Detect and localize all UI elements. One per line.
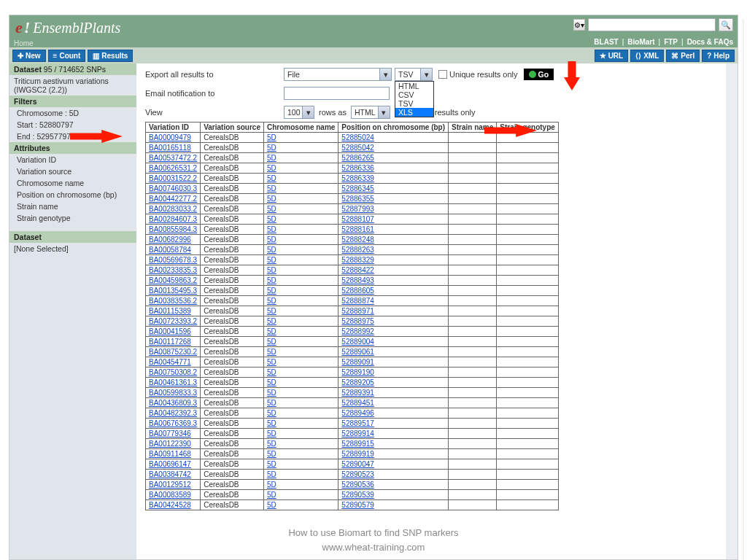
chr-link[interactable]: 5D (267, 215, 276, 223)
btn-perl[interactable]: ⌘Perl (666, 50, 700, 62)
sidebar-filters-head[interactable]: Filters (9, 96, 136, 107)
page-fmt-select[interactable]: HTML▾ (351, 106, 390, 119)
pos-link[interactable]: 52886336 (341, 164, 374, 172)
variation-link[interactable]: BA00233835.3 (149, 266, 197, 274)
chr-link[interactable]: 5D (267, 419, 276, 427)
top-link-ftp[interactable]: FTP (664, 38, 678, 46)
variation-link[interactable]: BA00283033.2 (149, 205, 197, 213)
variation-link[interactable]: BA00779346 (149, 429, 191, 438)
chr-link[interactable]: 5D (267, 389, 276, 397)
sidebar-attr[interactable]: Strain genotype (9, 212, 136, 224)
go-button[interactable]: Go (524, 69, 554, 80)
chr-link[interactable]: 5D (267, 409, 276, 417)
chr-link[interactable]: 5D (267, 246, 276, 254)
chr-link[interactable]: 5D (267, 327, 276, 335)
pos-link[interactable]: 52888422 (341, 266, 374, 274)
variation-link[interactable]: BA00083589 (149, 491, 191, 499)
pos-link[interactable]: 52889061 (341, 348, 374, 356)
variation-link[interactable]: BA00482392.3 (149, 409, 197, 417)
pos-link[interactable]: 52888975 (341, 317, 374, 325)
variation-link[interactable]: BA00875230.2 (149, 348, 197, 356)
variation-link[interactable]: BA00454771 (149, 358, 191, 366)
pos-link[interactable]: 52888161 (341, 225, 374, 233)
pos-link[interactable]: 52890539 (341, 491, 374, 499)
variation-link[interactable]: BA00115389 (149, 307, 191, 315)
pos-link[interactable]: 52888992 (341, 327, 374, 335)
variation-link[interactable]: BA00676369.3 (149, 419, 197, 427)
variation-link[interactable]: BA00911468 (149, 450, 191, 458)
chr-link[interactable]: 5D (267, 164, 276, 172)
btn-new[interactable]: ✚New (12, 50, 46, 62)
file-select[interactable]: File▾ (284, 68, 392, 81)
chr-link[interactable]: 5D (267, 297, 276, 305)
pos-link[interactable]: 52885024 (341, 133, 374, 141)
btn-xml[interactable]: ⟨⟩XML (630, 50, 664, 62)
variation-link[interactable]: BA00383536.2 (149, 297, 197, 305)
chr-link[interactable]: 5D (267, 174, 276, 182)
variation-link[interactable]: BA00384742 (149, 470, 191, 478)
lang-select[interactable]: ⚙▾ (573, 19, 585, 31)
variation-link[interactable]: BA00599833.3 (149, 389, 197, 397)
pos-link[interactable]: 52885042 (341, 144, 374, 152)
pos-link[interactable]: 52888605 (341, 287, 374, 295)
chr-link[interactable]: 5D (267, 317, 276, 325)
unique-checkbox-1[interactable] (438, 70, 447, 79)
variation-link[interactable]: BA00626531.2 (149, 164, 197, 172)
chr-link[interactable]: 5D (267, 460, 276, 468)
pos-link[interactable]: 52889451 (341, 399, 374, 407)
chr-link[interactable]: 5D (267, 256, 276, 264)
sidebar-attr[interactable]: Chromosome name (9, 177, 136, 189)
fmt-option-csv[interactable]: CSV (395, 90, 433, 99)
chr-link[interactable]: 5D (267, 501, 276, 509)
pos-link[interactable]: 52886339 (341, 174, 374, 182)
chr-link[interactable]: 5D (267, 399, 276, 407)
chr-link[interactable]: 5D (267, 481, 276, 489)
sidebar-attr[interactable]: Variation source (9, 166, 136, 177)
chr-link[interactable]: 5D (267, 338, 276, 346)
variation-link[interactable]: BA00424528 (149, 501, 191, 509)
chr-link[interactable]: 5D (267, 429, 276, 438)
variation-link[interactable]: BA00058784 (149, 246, 191, 254)
top-link-blast[interactable]: BLAST (594, 38, 618, 46)
pos-link[interactable]: 52890047 (341, 460, 374, 468)
chr-link[interactable]: 5D (267, 144, 276, 152)
pos-link[interactable]: 52889004 (341, 338, 374, 346)
btn-help[interactable]: ?Help (702, 50, 735, 62)
chr-link[interactable]: 5D (267, 195, 276, 203)
variation-link[interactable]: BA00442277.2 (149, 195, 197, 203)
variation-link[interactable]: BA00855984.3 (149, 225, 197, 233)
pos-link[interactable]: 52888248 (341, 236, 374, 244)
pos-link[interactable]: 52886345 (341, 184, 374, 192)
chr-link[interactable]: 5D (267, 236, 276, 244)
variation-link[interactable]: BA00461361.3 (149, 378, 197, 386)
format-select[interactable]: TSV▾ HTMLCSVTSVXLS (395, 68, 433, 81)
pos-link[interactable]: 52888329 (341, 256, 374, 264)
pos-link[interactable]: 52889914 (341, 429, 374, 438)
email-input[interactable] (284, 87, 390, 100)
btn-results[interactable]: ▥Results (88, 50, 133, 62)
sidebar-dataset2-val[interactable]: [None Selected] (9, 243, 136, 254)
chr-link[interactable]: 5D (267, 287, 276, 295)
chr-link[interactable]: 5D (267, 358, 276, 366)
variation-link[interactable]: BA00117268 (149, 338, 191, 346)
pos-link[interactable]: 52888263 (341, 246, 374, 254)
variation-link[interactable]: BA00135495.3 (149, 287, 197, 295)
pos-link[interactable]: 52888874 (341, 297, 374, 305)
btn-url[interactable]: ★URL (595, 50, 629, 62)
pos-link[interactable]: 52889517 (341, 419, 374, 427)
variation-link[interactable]: BA00723393.2 (149, 317, 197, 325)
pos-link[interactable]: 52889915 (341, 440, 374, 448)
chr-link[interactable]: 5D (267, 133, 276, 141)
pos-link[interactable]: 52889496 (341, 409, 374, 417)
chr-link[interactable]: 5D (267, 440, 276, 448)
fmt-option-html[interactable]: HTML (395, 82, 433, 90)
scrollbar[interactable] (726, 63, 738, 559)
top-link-biomart[interactable]: BioMart (627, 38, 654, 46)
pos-link[interactable]: 52889091 (341, 358, 374, 366)
sidebar-filter[interactable]: Start : 52880797 (9, 119, 136, 131)
search-button[interactable]: 🔍 (719, 18, 733, 31)
chr-link[interactable]: 5D (267, 154, 276, 162)
rows-select[interactable]: 100▾ (284, 106, 314, 119)
variation-link[interactable]: BA00009479 (149, 133, 191, 141)
variation-link[interactable]: BA00031522.2 (149, 174, 197, 182)
